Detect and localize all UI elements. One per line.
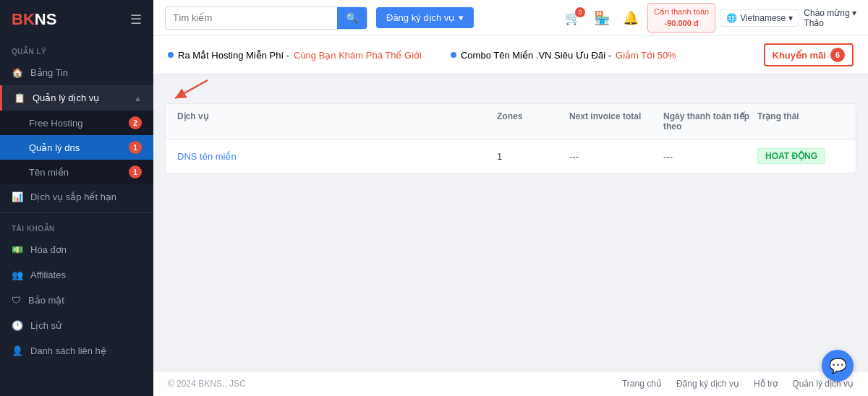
- user-greeting: Chào mừng ▾ Thảo: [804, 8, 856, 28]
- copyright: © 2024 BKNS., JSC: [168, 379, 246, 389]
- sidebar-item-lich-su[interactable]: 🕐 Lịch sử: [0, 313, 153, 338]
- promo-badge[interactable]: Khuyến mãi 6: [764, 43, 854, 66]
- sub-item-free-hosting[interactable]: Free Hosting 2: [0, 111, 153, 135]
- sidebar-item-bao-mat[interactable]: 🛡 Bảo mật: [0, 288, 153, 313]
- sidebar-item-affiliates[interactable]: 👥 Affiliates: [0, 262, 153, 288]
- chevron-down-icon: ▾: [459, 12, 464, 23]
- cell-service: DNS tên miền: [177, 151, 497, 162]
- banner-item-2: Combo Tên Miền .VN Siêu Ưu Đãi - Giảm Tớ…: [451, 50, 676, 61]
- sidebar-item-label: Bảo mật: [28, 295, 142, 306]
- payment-needed[interactable]: Cần thanh toán -90.000 đ: [647, 3, 715, 33]
- sidebar-item-bang-tin[interactable]: 🏠 Bảng Tin: [0, 60, 153, 85]
- shield-icon: 🛡: [12, 295, 21, 306]
- promo-label: Khuyến mãi: [773, 50, 826, 61]
- sidebar-item-dich-vu-sap-het-han[interactable]: 📊 Dịch vụ sắp hết hạn: [0, 184, 153, 210]
- invoice-icon: 💵: [12, 244, 23, 255]
- banner-dot-2: [451, 52, 456, 58]
- chat-icon: 💬: [829, 357, 847, 374]
- globe-icon: 🌐: [726, 13, 737, 23]
- col-zones: Zones: [497, 111, 569, 132]
- svg-line-0: [175, 80, 208, 98]
- footer-links: Trang chủ Đăng ký dịch vụ Hỗ trợ Quản lý…: [622, 379, 854, 389]
- language-label: Vietnamese: [740, 13, 786, 23]
- payment-amount: -90.000 đ: [654, 18, 709, 29]
- cart-button[interactable]: 🛒 0: [561, 7, 585, 29]
- sidebar-item-label: Hóa đơn: [30, 244, 142, 255]
- sub-item-label: Quản lý dns: [29, 142, 80, 153]
- search-input[interactable]: [166, 8, 337, 27]
- brand-logo: BKNS: [12, 10, 56, 29]
- banner-text-1: Ra Mắt Hosting Miễn Phí -: [178, 50, 289, 61]
- section-quan-ly-label: QUẢN LÝ: [0, 39, 153, 60]
- chevron-up-icon: ▲: [134, 94, 142, 103]
- content-area: Dịch vụ Zones Next invoice total Ngày th…: [153, 74, 868, 371]
- section-tai-khoan-label: TÀI KHOẢN: [0, 216, 153, 237]
- sub-item-label: Tên miền: [29, 167, 69, 178]
- sidebar-item-label: Affiliates: [30, 270, 142, 280]
- footer-link-trang-chu[interactable]: Trang chủ: [622, 379, 662, 389]
- footer-link-ho-tro[interactable]: Hỗ trợ: [754, 379, 778, 389]
- shop-button[interactable]: 🏪: [590, 7, 614, 29]
- hamburger-icon[interactable]: ☰: [130, 12, 142, 27]
- logo-area: BKNS ☰: [0, 0, 153, 39]
- search-button[interactable]: 🔍: [337, 7, 367, 29]
- banner-item-1: Ra Mắt Hosting Miễn Phí - Cùng Bạn Khám …: [168, 50, 422, 61]
- cell-next-payment: ---: [663, 151, 757, 162]
- sidebar-item-label: Bảng Tin: [30, 67, 142, 78]
- service-icon: 📋: [14, 92, 25, 103]
- chevron-down-icon: ▾: [788, 13, 793, 23]
- payment-label: Cần thanh toán: [654, 7, 709, 17]
- footer-link-dang-ky[interactable]: Đăng ký dịch vụ: [676, 379, 739, 389]
- sidebar-item-label: Quản lý dịch vụ: [33, 92, 127, 103]
- home-icon: 🏠: [12, 67, 23, 78]
- register-service-button[interactable]: Đăng ký dịch vụ ▾: [376, 7, 474, 28]
- chat-bubble[interactable]: 💬: [822, 350, 854, 382]
- service-link[interactable]: DNS tên miền: [177, 151, 237, 162]
- sub-item-ten-mien[interactable]: Tên miền 1: [0, 160, 153, 184]
- sidebar-item-label: Lịch sử: [30, 320, 142, 331]
- bell-button[interactable]: 🔔: [618, 7, 643, 29]
- sidebar: BKNS ☰ QUẢN LÝ 🏠 Bảng Tin 📋 Quản lý dịch…: [0, 0, 153, 396]
- cell-next-invoice: ---: [569, 151, 663, 162]
- language-selector[interactable]: 🌐 Vietnamese ▾: [720, 9, 799, 27]
- chart-icon: 📊: [12, 191, 23, 202]
- cart-badge: 0: [575, 7, 585, 17]
- banner-link-2[interactable]: Giảm Tới 50%: [616, 50, 676, 61]
- sidebar-item-label: Dịch vụ sắp hết hạn: [30, 191, 142, 202]
- contact-icon: 👤: [12, 345, 23, 356]
- banner-link-1[interactable]: Cùng Bạn Khám Phá Thế Giới: [294, 50, 422, 61]
- history-icon: 🕐: [12, 320, 23, 331]
- register-label: Đăng ký dịch vụ: [386, 12, 454, 23]
- sidebar-item-quan-ly-dich-vu[interactable]: 📋 Quản lý dịch vụ ▲: [0, 85, 153, 111]
- promo-count: 6: [830, 48, 845, 62]
- cell-zones: 1: [497, 151, 569, 162]
- col-next-invoice: Next invoice total: [569, 111, 663, 132]
- free-hosting-badge: 2: [129, 116, 142, 129]
- sidebar-item-hoa-don[interactable]: 💵 Hóa đơn: [0, 237, 153, 262]
- table-row: DNS tên miền 1 --- --- HOAT ĐỘNG: [166, 139, 856, 173]
- footer: © 2024 BKNS., JSC Trang chủ Đăng ký dịch…: [153, 371, 868, 396]
- sidebar-item-label: Danh sách liên hệ: [30, 345, 142, 356]
- table-header: Dịch vụ Zones Next invoice total Ngày th…: [166, 104, 856, 139]
- arrow-indicator: [153, 74, 868, 103]
- header: 🔍 Đăng ký dịch vụ ▾ 🛒 0 🏪 🔔 Cần thanh to…: [153, 0, 868, 36]
- col-dich-vu: Dịch vụ: [177, 111, 497, 132]
- status-badge: HOAT ĐỘNG: [757, 148, 825, 164]
- col-next-payment: Ngày thanh toán tiếp theo: [663, 111, 757, 132]
- banner: Ra Mắt Hosting Miễn Phí - Cùng Bạn Khám …: [153, 36, 868, 74]
- ten-mien-badge: 1: [129, 165, 142, 178]
- logo-bk: BK: [12, 10, 35, 28]
- sub-item-quan-ly-dns[interactable]: Quản lý dns 1: [0, 135, 153, 160]
- footer-link-quan-ly[interactable]: Quản lý dịch vụ: [792, 379, 854, 389]
- sidebar-item-danh-sach-lien-he[interactable]: 👤 Danh sách liên hệ: [0, 338, 153, 363]
- cell-status: HOAT ĐỘNG: [757, 148, 844, 164]
- arrow-svg: [168, 77, 211, 102]
- main-area: 🔍 Đăng ký dịch vụ ▾ 🛒 0 🏪 🔔 Cần thanh to…: [153, 0, 868, 396]
- affiliates-icon: 👥: [12, 270, 23, 280]
- banner-dot-1: [168, 52, 174, 58]
- banner-text-2: Combo Tên Miền .VN Siêu Ưu Đãi -: [461, 50, 611, 61]
- header-icons: 🛒 0 🏪 🔔 Cần thanh toán -90.000 đ 🌐 Vietn…: [561, 3, 856, 33]
- sidebar-divider: [0, 212, 153, 213]
- quan-ly-dns-badge: 1: [129, 141, 142, 154]
- sub-item-label: Free Hosting: [29, 118, 82, 129]
